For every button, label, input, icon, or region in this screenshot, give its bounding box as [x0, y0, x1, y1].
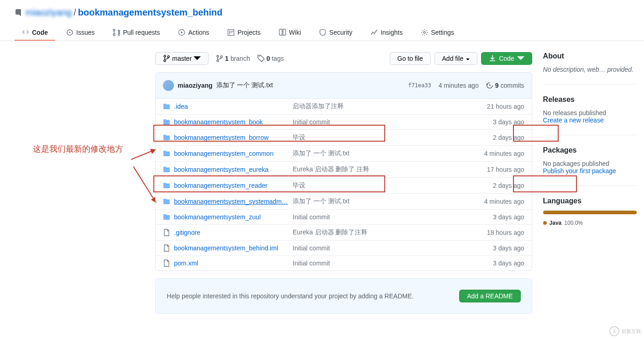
commits-word: commits	[500, 82, 524, 89]
file-commit-message[interactable]: Initial commit	[293, 244, 493, 252]
file-name-link[interactable]: .gitignore	[174, 229, 293, 236]
file-commit-time: 4 minutes ago	[484, 198, 524, 205]
file-row: bookmanagementsystem_borrow毕设2 days ago	[156, 130, 531, 146]
tab-issues[interactable]: Issues	[59, 25, 102, 41]
folder-icon	[163, 213, 174, 221]
language-bar	[543, 211, 637, 214]
file-commit-message[interactable]: 毕设	[293, 181, 493, 190]
svg-point-10	[217, 55, 219, 57]
file-commit-message[interactable]: 添加了 一个 测试.txt	[293, 197, 484, 206]
file-name-link[interactable]: pom.xml	[174, 260, 293, 267]
owner-link[interactable]: miaoziyang	[26, 7, 72, 18]
file-icon	[163, 244, 174, 252]
avatar[interactable]	[163, 80, 174, 91]
file-commit-message[interactable]: 毕设	[293, 133, 493, 142]
tab-settings[interactable]: Settings	[414, 25, 461, 41]
file-commit-message[interactable]: Eureka 启动器 删除了注释	[293, 228, 487, 237]
file-commit-message[interactable]: Initial commit	[293, 260, 493, 267]
file-name-link[interactable]: bookmanagementsystem_common	[174, 150, 293, 157]
releases-none: No releases published	[543, 109, 637, 117]
branch-count-link[interactable]: 1 branch	[216, 55, 250, 62]
folder-icon	[163, 182, 174, 189]
repo-icon	[15, 9, 22, 16]
projects-icon	[227, 29, 235, 36]
commit-sha-link[interactable]: f71ea33	[408, 82, 431, 89]
tab-wiki[interactable]: Wiki	[272, 25, 308, 41]
file-row: bookmanagementsystem_common添加了 一个 测试.txt…	[156, 146, 531, 162]
file-commit-message[interactable]: Initial commit	[293, 213, 493, 221]
history-icon	[486, 82, 493, 89]
folder-icon	[163, 134, 174, 141]
about-description: No description, web… provided.	[543, 66, 637, 73]
tab-pullrequests[interactable]: Pull requests	[105, 25, 167, 41]
file-row: bookmanagementsystem_behind.imlInitial c…	[156, 241, 531, 256]
file-commit-time: 21 hours ago	[487, 103, 524, 110]
file-name-link[interactable]: bookmanagementsystem_behind.iml	[174, 244, 293, 252]
repo-title: miaoziyang / bookmanagementsystem_behind	[15, 7, 629, 18]
pr-icon	[113, 29, 120, 36]
repo-name-link[interactable]: bookmanagementsystem_behind	[78, 7, 223, 18]
go-to-file-button[interactable]: Go to file	[390, 52, 431, 65]
file-name-link[interactable]: bookmanagementsystem_eureka	[174, 166, 293, 173]
file-row: pom.xmlInitial commit3 days ago	[156, 256, 531, 270]
file-name-link[interactable]: bookmanagementsystem_zuul	[174, 213, 293, 221]
actions-icon	[178, 29, 185, 36]
code-download-button[interactable]: Code	[481, 52, 532, 65]
annotation-text: 这是我们最新的修改地方	[33, 143, 123, 154]
tag-count-link[interactable]: 0 tags	[257, 55, 284, 62]
commit-message-link[interactable]: 添加了 一个 测试.txt	[216, 81, 273, 90]
add-file-button[interactable]: Add file	[435, 52, 478, 65]
language-item[interactable]: Java 100.0%	[543, 220, 637, 226]
file-commit-message[interactable]: 启动器添加了注释	[293, 102, 487, 111]
svg-point-4	[424, 32, 425, 33]
tab-actions[interactable]: Actions	[171, 25, 216, 41]
repo-tabs: Code Issues Pull requests Actions Projec…	[0, 25, 644, 41]
tag-word: tags	[272, 55, 283, 62]
file-commit-message[interactable]: 添加了 一个 测试.txt	[293, 149, 484, 158]
tag-icon	[257, 55, 265, 62]
folder-icon	[163, 198, 174, 205]
add-readme-button[interactable]: Add a README	[459, 290, 520, 302]
tab-settings-label: Settings	[431, 29, 454, 36]
file-name-link[interactable]: .idea	[174, 103, 293, 110]
packages-title: Packages	[543, 146, 637, 154]
tab-pr-label: Pull requests	[123, 29, 160, 36]
tab-projects[interactable]: Projects	[220, 25, 268, 41]
tab-code-label: Code	[32, 29, 48, 36]
branch-word: branch	[230, 55, 250, 62]
commit-author-link[interactable]: miaoziyang	[178, 82, 212, 89]
add-file-label: Add file	[442, 55, 464, 62]
file-commit-message[interactable]: Eureka 启动器 删除了 注释	[293, 165, 487, 174]
commits-link[interactable]: 9 commits	[486, 82, 524, 89]
svg-point-11	[217, 60, 219, 62]
svg-point-8	[164, 60, 166, 62]
sidebar-releases: Releases No releases published Create a …	[543, 95, 637, 135]
tab-insights[interactable]: Insights	[363, 25, 410, 41]
file-row: bookmanagementsystem_bookInitial commit3…	[156, 115, 531, 130]
file-row: bookmanagementsystem_zuulInitial commit3…	[156, 210, 531, 225]
branch-select-button[interactable]: master	[155, 52, 209, 65]
file-commit-time: 2 days ago	[493, 134, 524, 141]
code-icon	[22, 29, 29, 36]
language-percent: 100.0%	[564, 220, 583, 226]
svg-point-13	[259, 56, 260, 57]
readme-hint-text: Help people interested in this repositor…	[167, 292, 414, 300]
tab-security[interactable]: Security	[312, 25, 360, 41]
file-commit-time: 3 days ago	[493, 260, 524, 267]
file-name-link[interactable]: bookmanagementsystem_reader	[174, 182, 293, 189]
file-name-link[interactable]: bookmanagementsystem_book	[174, 118, 293, 126]
publish-package-link[interactable]: Publish your first package	[543, 167, 616, 175]
file-commit-message[interactable]: Initial commit	[293, 118, 493, 126]
branch-icon	[163, 55, 170, 62]
svg-point-9	[168, 56, 169, 58]
about-title: About	[543, 52, 637, 60]
file-name-link[interactable]: bookmanagementsystem_borrow	[174, 134, 293, 141]
create-release-link[interactable]: Create a new release	[543, 117, 604, 124]
file-commit-time: 2 days ago	[493, 182, 524, 189]
svg-point-7	[164, 55, 166, 57]
tab-insights-label: Insights	[381, 29, 403, 36]
tab-code[interactable]: Code	[15, 25, 55, 41]
sidebar-packages: Packages No packages published Publish y…	[543, 146, 637, 186]
file-name-link[interactable]: bookmanagementsystem_systemadm…	[174, 198, 293, 205]
commit-time: 4 minutes ago	[439, 82, 479, 89]
